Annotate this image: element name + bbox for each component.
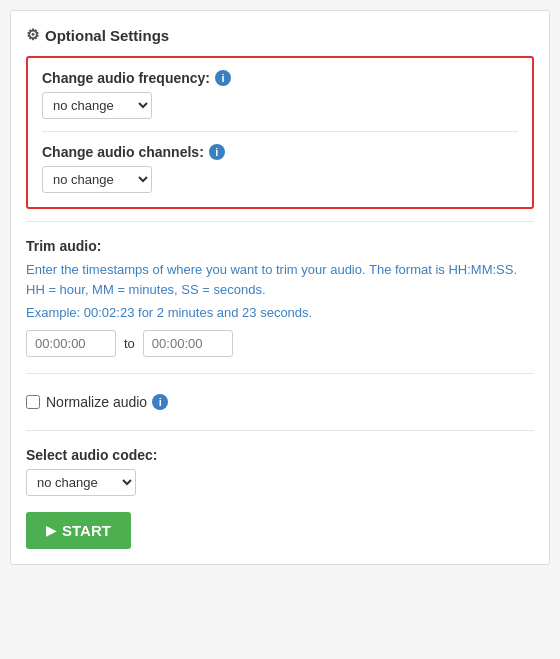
trim-audio-section: Trim audio: Enter the timestamps of wher… [26, 234, 534, 361]
codec-section: Select audio codec: no change mp3 aac fl… [26, 443, 534, 506]
normalize-label: Normalize audio i [46, 394, 168, 410]
trim-inputs-row: to [26, 330, 534, 357]
trim-description: Enter the timestamps of where you want t… [26, 260, 534, 299]
normalize-checkbox[interactable] [26, 395, 40, 409]
section-title: ⚙ Optional Settings [26, 26, 534, 44]
trim-to-label: to [124, 336, 135, 351]
normalize-label-text: Normalize audio [46, 394, 147, 410]
frequency-label: Change audio frequency: i [42, 70, 518, 86]
normalize-audio-section: Normalize audio i [26, 386, 534, 418]
channels-label: Change audio channels: i [42, 144, 518, 160]
play-icon: ▶ [46, 523, 56, 538]
start-button[interactable]: ▶ START [26, 512, 131, 549]
frequency-label-text: Change audio frequency: [42, 70, 210, 86]
section-title-text: Optional Settings [45, 27, 169, 44]
trim-label: Trim audio: [26, 238, 534, 254]
trim-example: Example: 00:02:23 for 2 minutes and 23 s… [26, 305, 534, 320]
trim-from-input[interactable] [26, 330, 116, 357]
channels-select[interactable]: no change 1 (mono) 2 (stereo) [42, 166, 152, 193]
frequency-select[interactable]: no change 8000 Hz 11025 Hz 16000 Hz 2205… [42, 92, 152, 119]
audio-frequency-group: Change audio frequency: i no change 8000… [42, 70, 518, 119]
start-button-label: START [62, 522, 111, 539]
codec-label-text: Select audio codec: [26, 447, 157, 463]
trim-label-text: Trim audio: [26, 238, 101, 254]
channels-info-icon[interactable]: i [209, 144, 225, 160]
frequency-info-icon[interactable]: i [215, 70, 231, 86]
codec-label: Select audio codec: [26, 447, 534, 463]
channels-label-text: Change audio channels: [42, 144, 204, 160]
audio-channels-group: Change audio channels: i no change 1 (mo… [42, 144, 518, 193]
trim-to-input[interactable] [143, 330, 233, 357]
codec-select[interactable]: no change mp3 aac flac ogg [26, 469, 136, 496]
normalize-info-icon[interactable]: i [152, 394, 168, 410]
optional-settings-panel: ⚙ Optional Settings Change audio frequen… [10, 10, 550, 565]
highlighted-settings-box: Change audio frequency: i no change 8000… [26, 56, 534, 209]
gear-icon: ⚙ [26, 26, 39, 44]
